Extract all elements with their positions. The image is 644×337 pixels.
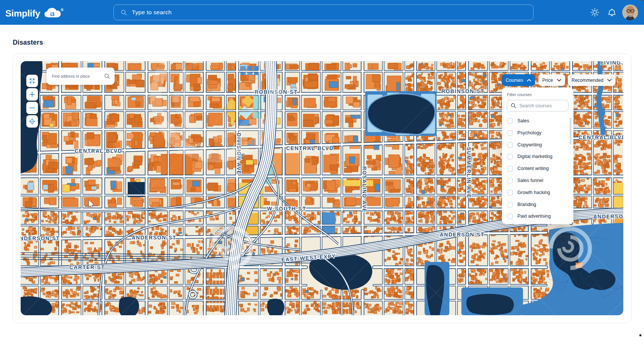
svg-text:CARTER·ST: CARTER·ST xyxy=(70,264,105,270)
svg-text:ROBINSON·ST: ROBINSON·ST xyxy=(441,88,485,94)
svg-text:ANDERSON: ANDERSON xyxy=(593,214,623,220)
svg-text:SUMMERLIN·AVE: SUMMERLIN·AVE xyxy=(466,147,472,199)
svg-text:ROSALIND·AVE: ROSALIND·AVE xyxy=(361,166,367,213)
svg-text:LIVINGSTON: LIVINGSTON xyxy=(600,61,623,66)
svg-text:ANDERSON·ST: ANDERSON·ST xyxy=(132,235,176,241)
svg-text:i3: i3 xyxy=(50,11,55,17)
svg-text:W·SOUTH·ST: W·SOUTH·ST xyxy=(267,206,306,212)
svg-text:ANDERSON·ST: ANDERSON·ST xyxy=(21,235,60,241)
svg-text:CENTRAL·BLVD: CENTRAL·BLVD xyxy=(579,134,623,140)
